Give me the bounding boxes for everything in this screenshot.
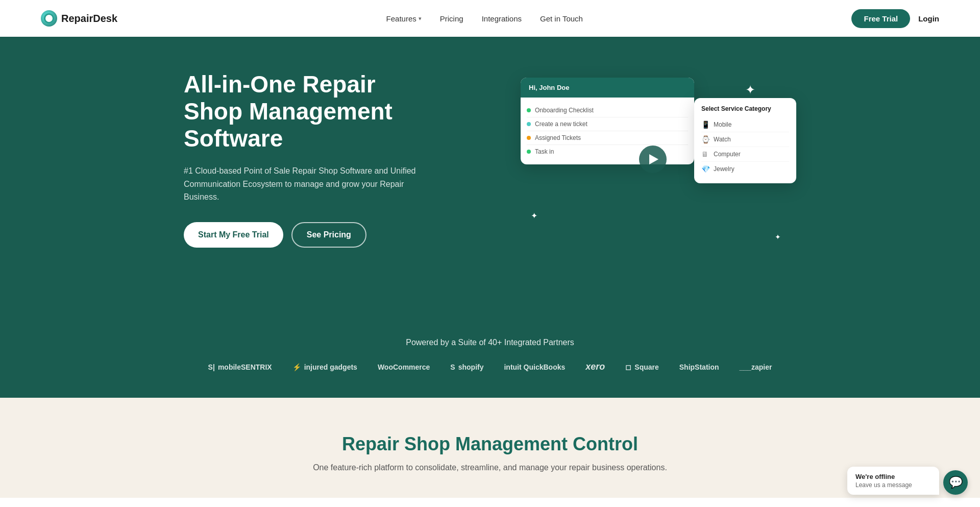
logo[interactable]: RepairDesk: [41, 10, 117, 27]
chat-icon: 💬: [949, 476, 963, 489]
chat-bubble: We're offline Leave us a message: [847, 467, 939, 495]
service-item-mobile: 📱 Mobile: [701, 117, 789, 132]
service-item-computer: 🖥 Computer: [701, 147, 789, 162]
chevron-down-icon: ▾: [419, 15, 422, 22]
dashboard-card: Hi, John Doe Onboarding Checklist Create…: [521, 78, 694, 164]
hero-left: All-in-One Repair Shop Management Softwa…: [184, 71, 439, 247]
dashboard-header: Hi, John Doe: [521, 78, 694, 98]
partners-title: Powered by a Suite of 40+ Integrated Par…: [41, 338, 939, 347]
partner-mobile-sentrix: S| mobileSENTRIX: [208, 363, 272, 371]
computer-icon: 🖥: [701, 150, 709, 158]
hero-title: All-in-One Repair Shop Management Softwa…: [184, 71, 439, 152]
hero-content: All-in-One Repair Shop Management Softwa…: [184, 67, 796, 251]
service-item-watch: ⌚ Watch: [701, 132, 789, 147]
chat-open-button[interactable]: 💬: [943, 470, 968, 495]
see-pricing-button[interactable]: See Pricing: [291, 222, 366, 248]
nav-features[interactable]: Features ▾: [386, 14, 422, 23]
section-2-subtitle: One feature-rich platform to consolidate…: [311, 463, 669, 472]
partner-square: ◻ Square: [625, 363, 658, 371]
sparkle-icon: ✦: [531, 211, 537, 221]
partner-quickbooks: intuit QuickBooks: [504, 363, 565, 371]
logo-inner-dot: [45, 15, 53, 22]
partner-shipstation: ShipStation: [679, 363, 719, 371]
service-item-jewelry: 💎 Jewelry: [701, 162, 789, 176]
nav-links: Features ▾ Pricing Integrations Get in T…: [386, 14, 583, 23]
chat-offline-text: We're offline: [855, 473, 931, 480]
nav-integrations[interactable]: Integrations: [482, 14, 522, 23]
sparkle-icon: ✦: [775, 233, 781, 241]
chat-widget: We're offline Leave us a message 💬: [847, 467, 968, 495]
partner-xero: xero: [585, 361, 605, 372]
partners-logos: S| mobileSENTRIX ⚡ injured gadgets WooCo…: [41, 361, 939, 372]
dashboard-row: Create a new ticket: [527, 117, 688, 131]
login-button[interactable]: Login: [918, 14, 939, 23]
status-dot: [527, 122, 531, 126]
hero-right: Hi, John Doe Onboarding Checklist Create…: [521, 67, 796, 251]
partner-shopify: S shopify: [450, 363, 483, 371]
service-card-title: Select Service Category: [701, 105, 789, 112]
partners-section: Powered by a Suite of 40+ Integrated Par…: [0, 323, 980, 398]
play-button[interactable]: [639, 146, 667, 173]
partner-zapier: ___zapier: [740, 363, 772, 371]
chat-message-text: Leave us a message: [855, 481, 931, 489]
hero-section: All-in-One Repair Shop Management Softwa…: [0, 37, 980, 323]
sparkle-icon: ✦: [745, 83, 755, 97]
start-trial-button[interactable]: Start My Free Trial: [184, 222, 283, 248]
section-2-title: Repair Shop Management Control: [41, 433, 939, 455]
hero-subtitle: #1 Cloud-based Point of Sale Repair Shop…: [184, 164, 439, 204]
free-trial-button[interactable]: Free Trial: [851, 9, 910, 28]
partner-injured-gadgets: ⚡ injured gadgets: [292, 363, 357, 371]
status-dot: [527, 136, 531, 140]
logo-text: RepairDesk: [61, 13, 117, 25]
jewelry-icon: 💎: [701, 165, 709, 173]
nav-get-in-touch[interactable]: Get in Touch: [540, 14, 583, 23]
dashboard-body: Onboarding Checklist Create a new ticket…: [521, 98, 694, 164]
section-2: Repair Shop Management Control One featu…: [0, 398, 980, 498]
dashboard-row: Assigned Tickets: [527, 131, 688, 145]
dashboard-greeting: Hi, John Doe: [529, 84, 569, 91]
service-category-card: Select Service Category 📱 Mobile ⌚ Watch…: [694, 98, 796, 183]
status-dot: [527, 108, 531, 112]
watch-icon: ⌚: [701, 135, 709, 143]
play-triangle-icon: [649, 154, 658, 164]
logo-icon: [41, 10, 57, 27]
hero-buttons: Start My Free Trial See Pricing: [184, 222, 439, 248]
status-dot: [527, 150, 531, 154]
navbar: RepairDesk Features ▾ Pricing Integratio…: [0, 0, 980, 37]
nav-actions: Free Trial Login: [851, 9, 939, 28]
nav-pricing[interactable]: Pricing: [440, 14, 463, 23]
partner-woocommerce: WooCommerce: [378, 363, 430, 371]
dashboard-row: Onboarding Checklist: [527, 104, 688, 117]
mobile-icon: 📱: [701, 120, 709, 129]
